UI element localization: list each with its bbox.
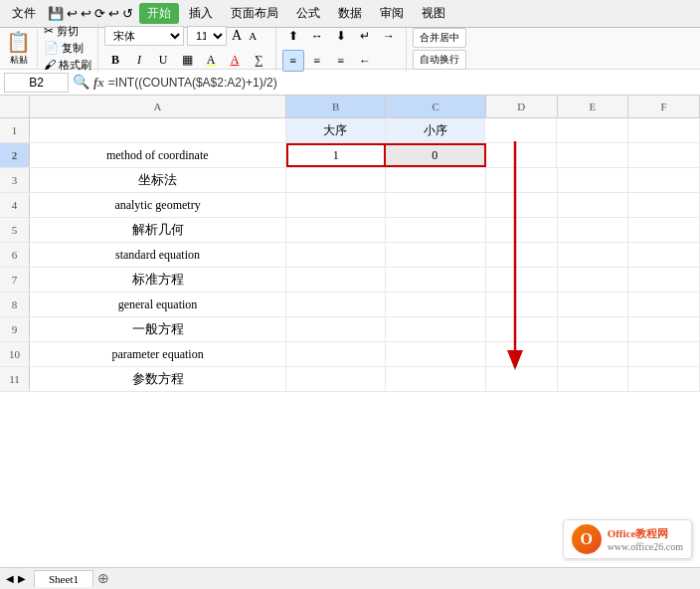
row-num[interactable]: 1 xyxy=(0,118,30,142)
cell-d8[interactable] xyxy=(486,293,558,316)
cell-c7[interactable] xyxy=(386,268,485,292)
merge-button[interactable]: 合并居中 xyxy=(413,28,466,48)
cut-label[interactable]: 剪切 xyxy=(57,24,79,39)
cell-a1[interactable] xyxy=(30,118,286,142)
cell-c2[interactable]: 0 xyxy=(386,143,485,167)
cell-a10[interactable]: parameter equation xyxy=(30,342,286,366)
paste-icon[interactable]: 📋 xyxy=(6,30,31,54)
formula-input[interactable] xyxy=(108,76,696,90)
cell-e7[interactable] xyxy=(558,268,629,292)
row-num-2[interactable]: 2 xyxy=(0,143,30,167)
cell-c8[interactable] xyxy=(386,293,485,316)
cell-reference-box[interactable] xyxy=(4,73,69,93)
align-right-icon[interactable]: ≡ xyxy=(330,50,352,72)
cell-d10[interactable] xyxy=(486,342,558,366)
cell-b11[interactable] xyxy=(286,367,386,391)
font-grow-icon[interactable]: A xyxy=(230,28,244,44)
cell-f5[interactable] xyxy=(628,218,700,242)
cell-f2[interactable] xyxy=(628,143,700,167)
menu-data[interactable]: 数据 xyxy=(330,1,370,26)
menu-start[interactable]: 开始 xyxy=(139,3,179,24)
font-size-select[interactable]: 11 xyxy=(187,26,227,46)
menu-view[interactable]: 视图 xyxy=(414,1,453,26)
cell-f1[interactable] xyxy=(628,118,700,142)
cell-d5[interactable] xyxy=(486,218,558,242)
cell-c9[interactable] xyxy=(386,317,485,341)
cell-e1[interactable] xyxy=(557,118,628,142)
cell-c5[interactable] xyxy=(386,218,485,242)
cell-a5[interactable]: 解析几何 xyxy=(30,218,286,242)
text-wrap-icon[interactable]: ↵ xyxy=(354,25,376,47)
cell-b3[interactable] xyxy=(286,168,386,192)
align-left-icon[interactable]: ≡ xyxy=(282,50,304,72)
row-num[interactable]: 8 xyxy=(0,293,30,316)
wrap-button[interactable]: 自动换行 xyxy=(413,50,466,70)
cell-e10[interactable] xyxy=(558,342,629,366)
format-brush-label[interactable]: 格式刷 xyxy=(59,58,91,73)
cell-d6[interactable] xyxy=(486,243,558,267)
cell-d9[interactable] xyxy=(486,317,558,341)
cell-e9[interactable] xyxy=(558,317,629,341)
cell-e6[interactable] xyxy=(558,243,629,267)
cell-c4[interactable] xyxy=(386,193,485,217)
cell-f10[interactable] xyxy=(628,342,700,366)
indent-increase-icon[interactable]: → xyxy=(378,25,400,47)
cell-b4[interactable] xyxy=(286,193,386,217)
cell-a9[interactable]: 一般方程 xyxy=(30,317,286,341)
cell-d4[interactable] xyxy=(486,193,558,217)
row-num[interactable]: 4 xyxy=(0,193,30,217)
sheet-tab[interactable]: Sheet1 xyxy=(34,570,93,587)
cell-a3[interactable]: 坐标法 xyxy=(30,168,286,192)
fill-color-button[interactable]: A xyxy=(200,49,222,71)
cell-b1[interactable]: 大序 xyxy=(286,118,386,142)
tab-nav-right[interactable]: ▶ xyxy=(18,573,26,584)
cell-d3[interactable] xyxy=(486,168,558,192)
cell-a8[interactable]: general equation xyxy=(30,293,286,316)
add-sheet-button[interactable]: ⊕ xyxy=(97,570,109,587)
italic-button[interactable]: I xyxy=(128,49,150,71)
font-color-button[interactable]: A xyxy=(224,49,246,71)
row-num[interactable]: 5 xyxy=(0,218,30,242)
row-num[interactable]: 9 xyxy=(0,317,30,341)
cell-f8[interactable] xyxy=(628,293,700,316)
cell-f11[interactable] xyxy=(628,367,700,391)
cell-d2[interactable] xyxy=(486,143,558,167)
menu-file[interactable]: 文件 xyxy=(6,3,42,24)
menu-review[interactable]: 审阅 xyxy=(372,1,412,26)
cell-b5[interactable] xyxy=(286,218,386,242)
align-middle-icon[interactable]: ↔ xyxy=(306,25,328,47)
row-num[interactable]: 3 xyxy=(0,168,30,192)
strikethrough-button[interactable]: ∑ xyxy=(248,49,269,71)
cell-b6[interactable] xyxy=(286,243,386,267)
col-header-f[interactable]: F xyxy=(628,96,700,117)
cell-e5[interactable] xyxy=(558,218,629,242)
cell-a4[interactable]: analytic geometry xyxy=(30,193,286,217)
cell-e3[interactable] xyxy=(558,168,629,192)
cell-c11[interactable] xyxy=(386,367,485,391)
cell-d7[interactable] xyxy=(486,268,558,292)
cell-c1[interactable]: 小序 xyxy=(386,118,485,142)
underline-button[interactable]: U xyxy=(152,49,174,71)
row-num[interactable]: 10 xyxy=(0,342,30,366)
align-bottom-icon[interactable]: ⬇ xyxy=(330,25,352,47)
cell-f6[interactable] xyxy=(628,243,700,267)
menu-page-layout[interactable]: 页面布局 xyxy=(223,1,286,26)
cell-b10[interactable] xyxy=(286,342,386,366)
align-top-icon[interactable]: ⬆ xyxy=(282,25,304,47)
row-num[interactable]: 11 xyxy=(0,367,30,391)
cell-a6[interactable]: standard equation xyxy=(30,243,286,267)
cell-d1[interactable] xyxy=(485,118,557,142)
menu-insert[interactable]: 插入 xyxy=(181,1,221,26)
col-header-b[interactable]: B xyxy=(286,96,386,117)
font-shrink-icon[interactable]: A xyxy=(247,30,259,42)
cell-f9[interactable] xyxy=(628,317,700,341)
cell-c6[interactable] xyxy=(386,243,485,267)
cell-b2[interactable]: 1 xyxy=(286,143,387,167)
search-icon[interactable]: 🔍 xyxy=(73,74,89,91)
cell-a2[interactable]: method of coordinate xyxy=(30,143,286,167)
cell-c3[interactable] xyxy=(386,168,485,192)
row-num[interactable]: 7 xyxy=(0,268,30,292)
cell-e8[interactable] xyxy=(558,293,629,316)
cell-b7[interactable] xyxy=(286,268,386,292)
cell-e4[interactable] xyxy=(558,193,629,217)
